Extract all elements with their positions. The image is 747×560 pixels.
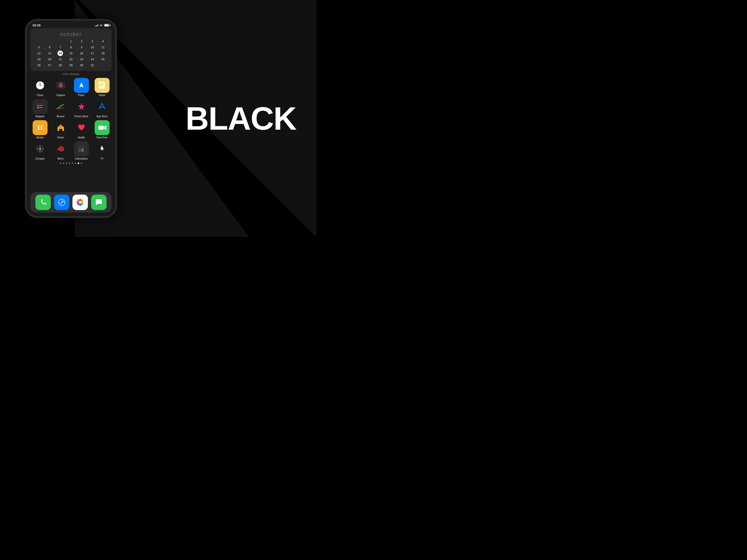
cal-cell: 4 [100, 38, 106, 44]
app-capture[interactable]: Capture [51, 78, 70, 97]
ibooks-icon [33, 120, 48, 135]
cal-cell [47, 38, 52, 44]
cal-cell [100, 62, 106, 68]
svg-point-26 [37, 107, 39, 108]
black-text-section: BLACK [185, 102, 296, 135]
tv-label: TV [100, 157, 104, 160]
svg-rect-34 [41, 125, 43, 130]
cal-cell: 26 [36, 62, 42, 68]
svg-marker-74 [60, 202, 63, 204]
home-icon [53, 120, 68, 135]
app-row-2: Rappels Bourse [30, 99, 111, 118]
svg-point-25 [37, 105, 39, 106]
page-dot-2 [63, 162, 64, 164]
svg-point-13 [60, 84, 62, 86]
app-tv[interactable]: tv TV [93, 141, 111, 160]
svg-rect-65 [82, 150, 83, 152]
svg-point-46 [42, 146, 42, 147]
svg-point-44 [43, 149, 43, 149]
svg-point-83 [79, 201, 81, 204]
wifi-icon [99, 24, 103, 27]
cal-cell: 23 [79, 56, 84, 62]
app-facetime[interactable]: FaceTime [93, 120, 111, 139]
cal-cell: 29 [68, 62, 74, 68]
svg-marker-29 [78, 103, 85, 110]
svg-rect-60 [79, 149, 80, 150]
app-bourse[interactable]: Bourse [51, 99, 70, 118]
cal-cell: 13 [47, 51, 52, 56]
app-itunes[interactable]: iTunes Store [72, 99, 91, 118]
itunes-icon [74, 99, 89, 114]
cal-cell: 25 [100, 56, 106, 62]
svg-point-51 [40, 148, 41, 149]
page-dot-1 [60, 162, 61, 164]
svg-point-45 [38, 146, 38, 147]
svg-marker-15 [79, 82, 84, 88]
app-row-1: Clock Capture [30, 78, 111, 97]
app-micro[interactable]: Micro [51, 141, 70, 160]
cal-cell: 9 [79, 45, 84, 50]
cal-cell: 15 [68, 51, 74, 56]
app-appstore[interactable]: App Store [93, 99, 111, 118]
status-time: 15:16 [32, 23, 41, 27]
notes-label: Notes [99, 94, 105, 97]
dock-phone[interactable] [35, 195, 51, 210]
cal-cell [36, 38, 42, 44]
app-health[interactable]: Health [72, 120, 91, 139]
cal-cell: 21 [57, 56, 63, 62]
cal-cell: 8 [68, 45, 74, 50]
svg-rect-33 [37, 125, 40, 130]
status-icons [95, 24, 110, 27]
svg-rect-38 [98, 126, 104, 130]
page-dot-5 [72, 162, 73, 164]
health-icon [74, 120, 89, 135]
svg-rect-63 [79, 150, 80, 152]
calendar-widget[interactable]: october 1 2 3 4 5 6 7 8 9 10 [30, 28, 111, 71]
capture-label: Capture [56, 94, 65, 97]
tv-icon: tv [95, 141, 109, 156]
dock-safari[interactable] [54, 195, 70, 210]
cal-cell: 12 [36, 51, 42, 56]
page-indicator [30, 162, 111, 164]
cal-cell: 3 [89, 38, 95, 44]
app-notes[interactable]: Notes [93, 78, 111, 97]
app-calc[interactable]: Calculatrice [72, 141, 91, 160]
cal-cell: 1 [68, 38, 74, 44]
dock [30, 192, 111, 213]
signal-icon [95, 24, 98, 27]
svg-rect-56 [62, 146, 63, 151]
svg-rect-24 [36, 104, 44, 109]
black-heading: BLACK [185, 102, 296, 135]
cal-cell: 6 [47, 45, 52, 50]
app-ibooks[interactable]: iBooks [30, 120, 50, 139]
cal-cell: 18 [100, 51, 106, 56]
rappels-label: Rappels [35, 115, 45, 118]
svg-rect-61 [80, 149, 82, 150]
dock-messages[interactable] [91, 195, 107, 210]
cal-cell: 24 [89, 56, 95, 62]
app-rappels[interactable]: Rappels [30, 99, 50, 118]
plans-icon [74, 78, 89, 93]
dock-photos[interactable] [73, 195, 88, 210]
micro-icon [53, 141, 68, 156]
svg-point-47 [38, 151, 38, 151]
app-clock[interactable]: Clock [30, 78, 50, 97]
page-dot-6 [75, 162, 76, 164]
cal-cell: 10 [89, 45, 95, 50]
app-home[interactable]: Home [51, 120, 70, 139]
svg-rect-54 [59, 146, 60, 151]
cal-cell: 7 [57, 45, 63, 50]
facetime-icon [95, 120, 109, 135]
clock-icon [33, 78, 48, 93]
itunes-label: iTunes Store [74, 115, 88, 118]
app-plans[interactable]: Plans [72, 78, 91, 97]
compas-label: Compas [35, 157, 45, 160]
svg-rect-37 [59, 126, 62, 128]
cal-cell: 16 [79, 51, 84, 56]
compas-icon [33, 141, 48, 156]
phone-body: 15:16 october [25, 19, 117, 218]
plans-label: Plans [78, 94, 84, 97]
page-dot-8 [81, 162, 82, 164]
app-compas[interactable]: Compas [30, 141, 50, 160]
page-dot-7-active [78, 162, 79, 164]
